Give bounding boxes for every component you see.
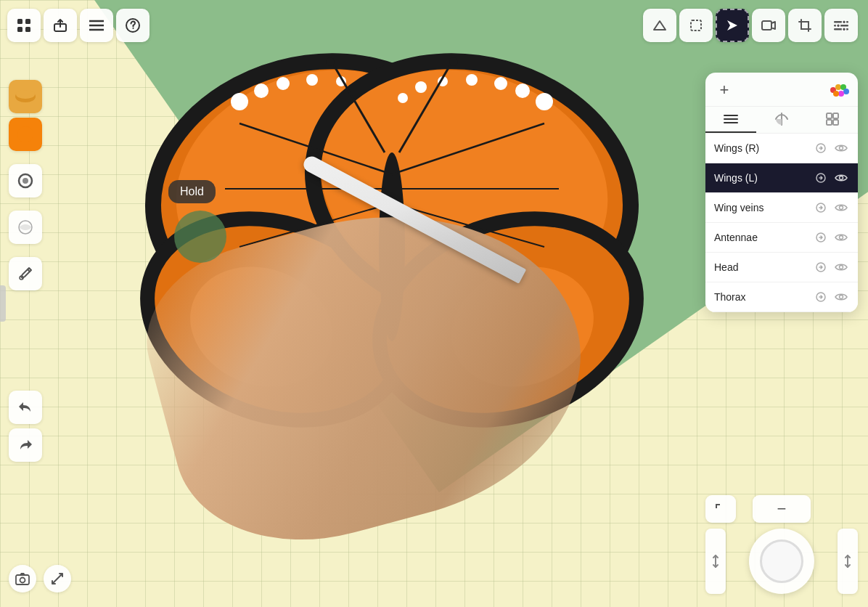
svg-rect-40 [25,27,30,32]
layer-list: Wings (R) Wings (L) [705,134,858,312]
color-palette-dots [830,83,849,97]
layer-select-antennae[interactable] [813,229,829,245]
help-icon [126,18,140,33]
zoom-row: − [705,495,858,523]
blend-tool-button[interactable] [9,211,42,244]
layer-icons-thorax [813,289,849,305]
svg-point-82 [840,236,843,240]
svg-rect-71 [827,113,832,118]
corner-button[interactable] [705,495,736,523]
rotation-dial[interactable] [749,529,814,594]
dial-right-button[interactable] [838,529,858,594]
top-toolbar-right [643,9,858,42]
svg-point-46 [133,28,134,29]
share-button[interactable] [44,9,77,42]
help-button[interactable] [116,9,150,42]
side-handle[interactable] [0,285,6,322]
svg-rect-48 [762,21,771,30]
svg-point-18 [494,77,507,90]
svg-point-54 [843,28,846,31]
svg-point-80 [840,206,843,210]
svg-rect-74 [833,120,838,125]
svg-point-78 [840,176,843,180]
svg-point-19 [466,74,478,86]
layer-name-antennae: Antennae [714,232,813,243]
menu-button[interactable] [80,9,113,42]
svg-point-63 [835,84,841,90]
svg-point-66 [838,91,844,97]
layer-icons-head [813,259,849,275]
layer-item-antennae[interactable]: Antennae [705,223,858,253]
minus-button[interactable]: − [753,495,811,523]
svg-point-56 [16,90,35,99]
layer-select-wings-r[interactable] [813,140,829,156]
add-layer-button[interactable]: + [714,80,734,100]
layer-visibility-thorax[interactable] [833,289,849,305]
circle-tool-button[interactable] [9,164,42,197]
layer-select-head[interactable] [813,259,829,275]
svg-point-67 [833,91,839,97]
top-toolbar-left [7,9,150,42]
layer-select-wing-veins[interactable] [813,200,829,216]
layer-visibility-head[interactable] [833,259,849,275]
layer-name-wings-r: Wings (R) [714,142,813,154]
camera-button[interactable] [9,565,36,592]
layer-select-wings-l[interactable] [813,170,829,186]
layer-select-thorax[interactable] [813,289,829,305]
resize-arrow-button[interactable] [44,565,71,592]
layer-name-head: Head [714,261,813,273]
dial-left-button[interactable] [705,529,726,594]
svg-rect-37 [17,19,22,24]
svg-point-86 [840,296,843,299]
layer-item-wing-veins[interactable]: Wing veins [705,193,858,223]
svg-point-28 [326,57,335,66]
video-button[interactable] [752,9,785,42]
redo-button[interactable] [9,428,42,462]
tab-layers[interactable] [705,107,756,133]
selection-triangle-button[interactable] [643,9,676,42]
svg-point-76 [840,147,843,150]
svg-point-3 [231,93,248,110]
svg-point-4 [254,83,269,98]
lasso-button[interactable] [679,9,713,42]
layer-visibility-antennae[interactable] [833,229,849,245]
svg-point-65 [843,89,849,94]
layer-icons-wings-r [813,140,849,156]
move-transform-button[interactable] [716,9,749,42]
layer-item-thorax[interactable]: Thorax [705,282,858,312]
bottom-left-icons [9,565,71,592]
panel-header: + [705,73,858,107]
tab-adjustments[interactable] [756,107,807,133]
svg-rect-39 [17,27,22,32]
bottom-controls: − [705,495,858,594]
svg-point-52 [843,20,846,24]
app-settings-button[interactable] [824,9,858,42]
svg-point-22 [398,93,408,103]
menu-icon [89,20,104,31]
layer-visibility-wings-r[interactable] [833,140,849,156]
svg-point-5 [277,77,290,90]
undo-button[interactable] [9,391,42,424]
svg-rect-68 [724,115,738,116]
svg-point-59 [22,178,28,184]
crop-button[interactable] [788,9,822,42]
layer-item-wings-l[interactable]: Wings (L) [705,163,858,193]
grid-button[interactable] [7,9,41,42]
layer-visibility-wing-veins[interactable] [833,200,849,216]
svg-rect-73 [827,120,832,125]
svg-point-53 [837,24,840,28]
layer-color-button[interactable] [9,80,42,113]
layer-item-head[interactable]: Head [705,253,858,282]
color-swatch-button[interactable] [9,118,42,151]
layer-item-wings-r[interactable]: Wings (R) [705,134,858,163]
tab-gallery[interactable] [807,107,858,133]
layer-name-wing-veins: Wing veins [714,202,813,213]
layer-visibility-wings-l[interactable] [833,170,849,186]
svg-point-98 [20,578,25,583]
svg-point-16 [536,93,553,110]
eyedropper-button[interactable] [9,257,42,290]
svg-point-84 [840,266,843,269]
svg-point-30 [449,57,458,66]
svg-point-21 [415,81,427,93]
svg-rect-72 [833,113,838,118]
